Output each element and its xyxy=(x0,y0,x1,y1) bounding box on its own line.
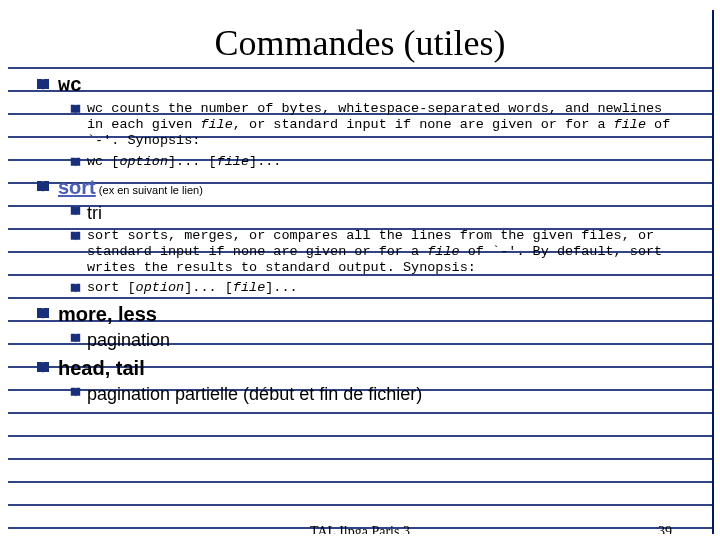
wc-syn-italic: option xyxy=(119,154,168,169)
sort-syn-italic: option xyxy=(136,280,185,295)
headtail-sub: pagination partielle (début et fin de fi… xyxy=(70,384,684,405)
wc-file-italic: file xyxy=(200,117,232,132)
headtail-label: head, tail xyxy=(58,357,145,380)
sort-paren: ) xyxy=(199,184,203,196)
wc-syn-text: ]... [ xyxy=(168,154,217,169)
wc-file-italic: file xyxy=(614,117,646,132)
wc-syn-text: wc [ xyxy=(87,154,119,169)
sort-file-italic: file xyxy=(427,244,459,259)
headtail-sub-label: pagination partielle (début et fin de fi… xyxy=(87,384,422,405)
wc-synopsis: wc [option]... [file]... xyxy=(70,154,684,170)
moreless-label: more, less xyxy=(58,303,157,326)
moreless-sub-label: pagination xyxy=(87,330,170,351)
book-icon xyxy=(70,231,81,242)
book-icon xyxy=(36,361,50,375)
wc-label: wc xyxy=(58,74,82,97)
bullet-wc: wc xyxy=(36,74,684,97)
sort-syn-text: ]... [ xyxy=(184,280,233,295)
wc-desc: wc counts the number of bytes, whitespac… xyxy=(70,101,684,150)
footer-center: TAL Ilpga Paris 3 xyxy=(8,524,712,534)
sort-link[interactable]: sort xyxy=(58,176,96,198)
book-icon xyxy=(70,333,81,344)
book-icon xyxy=(70,283,81,294)
sort-sub-tri: tri xyxy=(70,203,684,224)
sort-paren: ( xyxy=(96,184,103,196)
sort-desc: sort sorts, merges, or compares all the … xyxy=(70,228,684,277)
sort-syn-text: ]... xyxy=(265,280,297,295)
book-icon xyxy=(36,180,50,194)
sort-sub-label: tri xyxy=(87,203,102,224)
book-icon xyxy=(70,206,81,217)
bullet-head-tail: head, tail xyxy=(36,357,684,380)
bullet-sort: sort (ex en suivant le lien) xyxy=(36,176,684,199)
wc-syn-text: ]... xyxy=(249,154,281,169)
sort-syn-italic: file xyxy=(233,280,265,295)
wc-syn-italic: file xyxy=(217,154,249,169)
sort-paren-text: ex en suivant le lien xyxy=(103,184,200,196)
sort-syn-text: sort [ xyxy=(87,280,136,295)
book-icon xyxy=(70,104,81,115)
book-icon xyxy=(70,157,81,168)
page-number: 39 xyxy=(658,524,672,534)
book-icon xyxy=(70,387,81,398)
book-icon xyxy=(36,78,50,92)
wc-desc-text: , or standard input if none are given or… xyxy=(233,117,614,132)
sort-synopsis: sort [option]... [file]... xyxy=(70,280,684,296)
book-icon xyxy=(36,307,50,321)
bullet-more-less: more, less xyxy=(36,303,684,326)
slide-title: Commandes (utiles) xyxy=(36,22,684,64)
moreless-sub: pagination xyxy=(70,330,684,351)
